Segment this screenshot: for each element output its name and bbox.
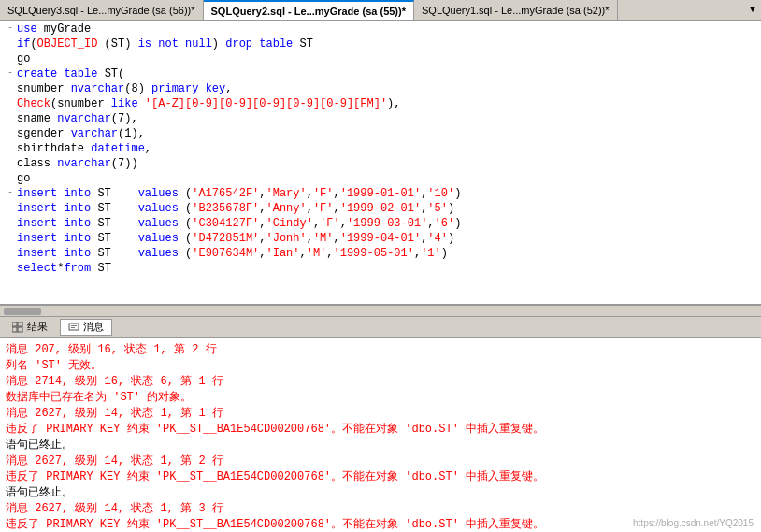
gutter-collapse-4[interactable]: - [4,67,17,78]
results-tab-label: 结果 [27,320,48,334]
results-content[interactable]: 消息 207, 级别 16, 状态 1, 第 2 行 列名 'ST' 无效。 消… [0,338,761,532]
code-text-1: use myGrade [17,22,757,36]
scrollbar-thumb[interactable] [4,308,41,315]
code-text-7: sname nvarchar(7), [17,112,757,125]
gutter-8 [4,127,17,137]
results-tab-bar: 结果 消息 [0,317,761,338]
code-line-2: if(OBJECT_ID (ST) is not null) drop tabl… [0,37,761,52]
msg-11: 消息 2627, 级别 14, 状态 1, 第 3 行 [6,500,755,516]
code-text-10: class nvarchar(7)) [17,157,757,170]
code-text-5: snumber nvarchar(8) primary key, [17,82,757,95]
gutter-13 [4,202,17,212]
gutter-2 [4,37,17,48]
msg-7: 语句已终止。 [6,437,755,453]
tab-sqlquery2[interactable]: SQLQuery2.sql - Le...myGrade (sa (55))* [204,0,414,20]
gutter-15 [4,232,17,242]
tab-results[interactable]: 结果 [4,319,56,336]
msg-5: 消息 2627, 级别 14, 状态 1, 第 1 行 [6,405,755,421]
message-icon [68,322,79,333]
code-line-4: - create table ST( [0,67,761,82]
msg-1: 消息 207, 级别 16, 状态 1, 第 2 行 [6,341,755,357]
main-container: - use myGrade if(OBJECT_ID (ST) is not n… [0,21,761,532]
code-line-8: sgender varchar(1), [0,127,761,142]
gutter-7 [4,112,17,122]
svg-rect-2 [12,327,17,332]
msg-6: 违反了 PRIMARY KEY 约束 'PK__ST__BA1E54CD0020… [6,421,755,437]
code-line-5: snumber nvarchar(8) primary key, [0,82,761,97]
code-line-1: - use myGrade [0,22,761,37]
tab-sqlquery1[interactable]: SQLQuery1.sql - Le...myGrade (sa (52))* [414,0,618,20]
code-text-13: insert into ST values ('B235678F','Anny'… [17,202,757,215]
code-line-16: insert into ST values ('E907634M','Ian',… [0,247,761,262]
gutter-14 [4,217,17,227]
code-text-14: insert into ST values ('C304127F','Cindy… [17,217,757,230]
code-line-17: select*from ST [0,262,761,277]
code-text-2: if(OBJECT_ID (ST) is not null) drop tabl… [17,37,757,50]
code-line-3: go [0,52,761,67]
messages-tab-label: 消息 [83,320,104,334]
code-text-12: insert into ST values ('A176542F','Mary'… [17,187,757,200]
code-line-14: insert into ST values ('C304127F','Cindy… [0,217,761,232]
gutter-collapse-1[interactable]: - [4,22,17,33]
code-line-9: sbirthdate datetime, [0,142,761,157]
gutter-17 [4,262,17,272]
code-text-17: select*from ST [17,262,757,275]
gutter-16 [4,247,17,257]
gutter-3 [4,52,17,63]
code-text-8: sgender varchar(1), [17,127,757,140]
code-line-7: sname nvarchar(7), [0,112,761,127]
msg-9: 违反了 PRIMARY KEY 约束 'PK__ST__BA1E54CD0020… [6,468,755,484]
gutter-collapse-12[interactable]: - [4,187,17,197]
msg-4: 数据库中已存在名为 'ST' 的对象。 [6,389,755,405]
gutter-11 [4,172,17,182]
svg-rect-0 [12,322,17,326]
msg-3: 消息 2714, 级别 16, 状态 6, 第 1 行 [6,373,755,389]
msg-8: 消息 2627, 级别 14, 状态 1, 第 2 行 [6,453,755,468]
code-line-13: insert into ST values ('B235678F','Anny'… [0,202,761,217]
gutter-6 [4,97,17,108]
gutter-5 [4,82,17,93]
msg-10: 语句已终止。 [6,484,755,500]
code-line-15: insert into ST values ('D472851M','Jonh'… [0,232,761,247]
svg-rect-4 [69,324,79,330]
code-line-6: Check(snumber like '[A-Z][0-9][0-9][0-9]… [0,97,761,112]
horizontal-scrollbar[interactable] [0,306,761,317]
tab-bar: SQLQuery3.sql - Le...myGrade (sa (56))* … [0,0,761,21]
code-text-9: sbirthdate datetime, [17,142,757,155]
code-text-11: go [17,172,757,185]
code-line-12: - insert into ST values ('A176542F','Mar… [0,187,761,202]
editor-area[interactable]: - use myGrade if(OBJECT_ID (ST) is not n… [0,21,761,306]
gutter-9 [4,142,17,152]
grid-icon [12,322,23,333]
tab-sqlquery3[interactable]: SQLQuery3.sql - Le...myGrade (sa (56))* [0,0,204,20]
code-text-16: insert into ST values ('E907634M','Ian',… [17,247,757,260]
code-text-6: Check(snumber like '[A-Z][0-9][0-9][0-9]… [17,97,757,110]
code-text-3: go [17,52,757,65]
gutter-10 [4,157,17,167]
code-text-15: insert into ST values ('D472851M','Jonh'… [17,232,757,245]
code-line-11: go [0,172,761,187]
tab-messages[interactable]: 消息 [60,319,112,336]
bottom-area: 结果 消息 消息 207, 级别 16, 状态 1, 第 2 行 列名 'ST'… [0,317,761,532]
code-line-10: class nvarchar(7)) [0,157,761,172]
svg-rect-3 [18,327,22,332]
code-text-4: create table ST( [17,67,757,80]
msg-12: 违反了 PRIMARY KEY 约束 'PK__ST__BA1E54CD0020… [6,516,755,532]
chevron-down-icon: ▼ [750,5,755,15]
msg-2: 列名 'ST' 无效。 [6,357,755,373]
svg-rect-1 [18,322,22,326]
tab-dropdown-button[interactable]: ▼ [744,0,761,20]
